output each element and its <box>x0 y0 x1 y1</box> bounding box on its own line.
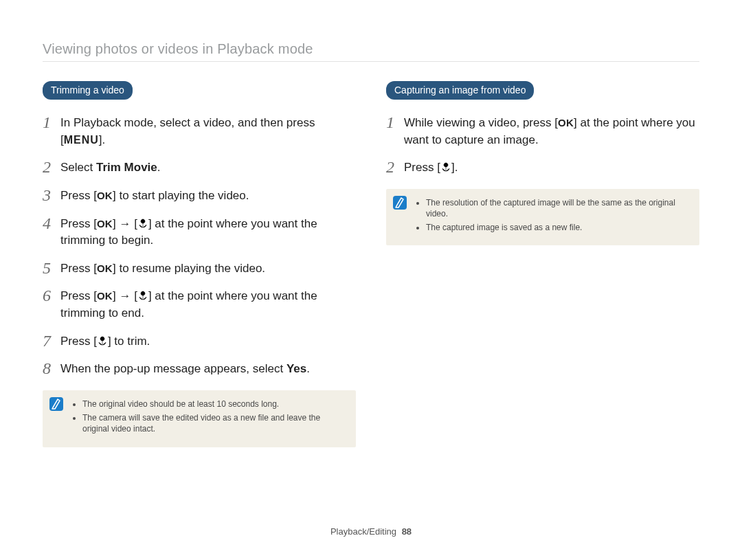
left-notes: The original video should be at least 10… <box>73 397 346 438</box>
step-body: Press [] to trim. <box>60 333 356 350</box>
page-header: Viewing photos or videos in Playback mod… <box>43 41 699 62</box>
step-body: Press [OK] → [] at the point where you w… <box>60 288 356 322</box>
pill-trimming: Trimming a video <box>43 81 133 100</box>
left-note-box: The original video should be at least 10… <box>43 390 356 447</box>
step-number: 1 <box>386 113 404 131</box>
left-column: Trimming a video 1In Playback mode, sele… <box>43 81 356 447</box>
right-column: Capturing an image from video 1While vie… <box>386 81 699 447</box>
step-body: In Playback mode, select a video, and th… <box>60 115 356 148</box>
note-item: The original video should be at least 10… <box>82 399 346 410</box>
page-footer: Playback/Editing 88 <box>0 526 742 537</box>
step-number: 1 <box>43 113 60 131</box>
macro-icon <box>97 335 108 346</box>
step: 3Press [OK] to start playing the video. <box>43 188 356 205</box>
step: 1While viewing a video, press [OK] at th… <box>386 115 699 148</box>
step-body: Press [OK] to start playing the video. <box>60 188 356 205</box>
ok-key-label: OK <box>558 117 574 128</box>
note-item: The captured image is saved as a new fil… <box>426 222 690 233</box>
step-body: Press []. <box>404 159 699 177</box>
ok-key-label: OK <box>97 290 113 302</box>
menu-key-label: MENU <box>64 134 99 146</box>
step: 2Press []. <box>386 159 699 177</box>
step: 4Press [OK] → [] at the point where you … <box>43 216 356 249</box>
step-number: 7 <box>43 332 60 350</box>
ok-key-label: OK <box>97 218 113 229</box>
step-number: 3 <box>43 186 60 204</box>
step-number: 2 <box>43 158 60 176</box>
right-notes: The resolution of the captured image wil… <box>416 196 690 236</box>
step-number: 6 <box>43 287 60 304</box>
step-number: 2 <box>386 158 404 176</box>
step-body: Select Trim Movie. <box>60 159 356 177</box>
step-number: 4 <box>43 214 60 232</box>
step: 5Press [OK] to resume playing the video. <box>43 260 356 278</box>
step-body: When the pop-up message appears, select … <box>60 361 356 378</box>
step: 6Press [OK] → [] at the point where you … <box>43 288 356 322</box>
pill-capturing: Capturing an image from video <box>386 81 534 100</box>
left-steps: 1In Playback mode, select a video, and t… <box>43 115 356 378</box>
macro-icon <box>440 161 451 172</box>
ok-key-label: OK <box>97 190 113 201</box>
step: 1In Playback mode, select a video, and t… <box>43 115 356 148</box>
footer-section: Playback/Editing <box>330 526 396 537</box>
right-steps: 1While viewing a video, press [OK] at th… <box>386 115 699 177</box>
note-icon <box>49 397 63 411</box>
note-item: The camera will save the edited video as… <box>82 412 346 434</box>
step-body: While viewing a video, press [OK] at the… <box>404 115 699 148</box>
macro-icon <box>137 290 148 301</box>
step-number: 8 <box>43 359 60 377</box>
step-number: 5 <box>43 259 60 277</box>
note-icon <box>393 196 407 210</box>
step: 8When the pop-up message appears, select… <box>43 361 356 378</box>
macro-icon <box>137 218 148 229</box>
ok-key-label: OK <box>97 262 113 274</box>
step-body: Press [OK] → [] at the point where you w… <box>60 216 356 249</box>
step: 7Press [] to trim. <box>43 333 356 350</box>
step: 2Select Trim Movie. <box>43 159 356 177</box>
footer-page-number: 88 <box>402 526 412 537</box>
step-body: Press [OK] to resume playing the video. <box>60 260 356 278</box>
right-note-box: The resolution of the captured image wil… <box>386 189 699 246</box>
note-item: The resolution of the captured image wil… <box>426 197 690 219</box>
